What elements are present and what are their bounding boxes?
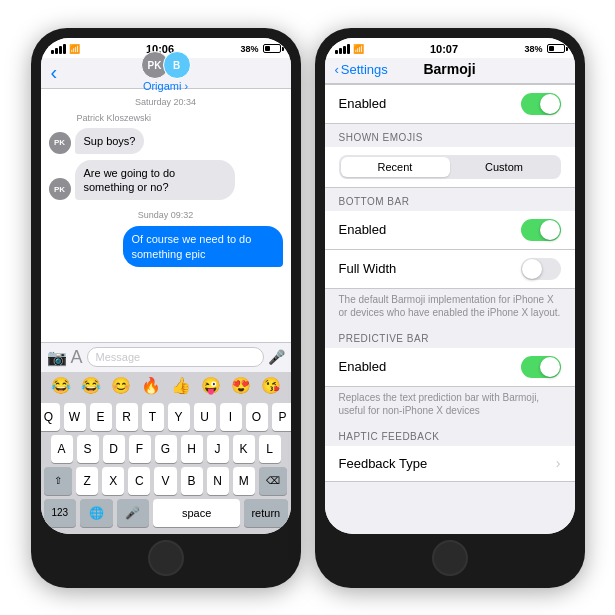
key-x[interactable]: X [102,467,124,495]
predictive-enabled-label: Enabled [339,359,387,374]
section-shown-emojis: SHOWN EMOJIS [325,124,575,147]
msg-avatar-pk1: PK [49,132,71,154]
key-f[interactable]: F [129,435,151,463]
key-y[interactable]: Y [168,403,190,431]
key-q[interactable]: Q [41,403,60,431]
appstore-icon[interactable]: A [71,347,83,368]
nav-center-1: PK B Origami › [141,51,191,92]
group-name[interactable]: Origami › [143,80,188,92]
toggle-knob-3 [522,259,542,279]
key-a[interactable]: A [51,435,73,463]
phone2-screen: 📶 10:07 38% ‹ Settings Barmoji [325,38,575,534]
key-w[interactable]: W [64,403,86,431]
msg-row-2: PK Are we going to do something or no? [49,160,283,201]
back-button-1[interactable]: ‹ [51,62,58,82]
key-backspace[interactable]: ⌫ [259,467,288,495]
key-j[interactable]: J [207,435,229,463]
toggle-knob-4 [540,357,560,377]
settings-row-segment: Recent Custom [325,147,575,188]
toggle-enabled-bottom[interactable] [521,219,561,241]
toggle-enabled-top[interactable] [521,93,561,115]
home-button-1[interactable] [148,540,184,576]
toggle-fullwidth[interactable] [521,258,561,280]
key-r[interactable]: R [116,403,138,431]
date-sunday: Sunday 09:32 [49,210,283,220]
status-bar-2: 📶 10:07 38% [325,38,575,58]
battery-pct-2: 38% [524,44,542,54]
battery-icon-1 [263,44,281,53]
battery-icon-2 [547,44,565,53]
section-bottom-bar: BOTTOM BAR [325,188,575,211]
settings-row-feedback-type[interactable]: Feedback Type › [325,446,575,482]
segment-recent[interactable]: Recent [341,157,450,177]
key-space[interactable]: space [153,499,240,527]
msg-avatar-pk2: PK [49,178,71,200]
camera-icon[interactable]: 📷 [47,348,67,367]
key-t[interactable]: T [142,403,164,431]
bubble-sup: Sup boys? [75,128,145,154]
app-container: 📶 10:06 38% ‹ PK B Origa [0,0,615,615]
segment-control: Recent Custom [339,155,561,179]
key-m[interactable]: M [233,467,255,495]
enabled-bottom-label: Enabled [339,222,387,237]
feedback-type-label: Feedback Type [339,456,428,471]
section-haptic-feedback: HAPTIC FEEDBACK [325,423,575,446]
signal-icon-2 [335,44,350,54]
key-c[interactable]: C [128,467,150,495]
phone-messages: 📶 10:06 38% ‹ PK B Origa [31,28,301,588]
messages-nav: ‹ PK B Origami › [41,58,291,89]
key-g[interactable]: G [155,435,177,463]
settings-back-label: Settings [341,62,388,77]
emoji-6[interactable]: 😜 [201,376,221,395]
key-k[interactable]: K [233,435,255,463]
key-row-4: 123 🌐 🎤 space return [44,499,288,527]
segment-custom[interactable]: Custom [450,157,559,177]
emoji-4[interactable]: 🔥 [141,376,161,395]
enabled-top-label: Enabled [339,96,387,111]
section-predictive-bar: PREDICTIVE BAR [325,325,575,348]
key-d[interactable]: D [103,435,125,463]
input-bar: 📷 A Message 🎤 [41,342,291,372]
home-button-2[interactable] [432,540,468,576]
avatar-group: PK B [141,51,191,79]
key-123[interactable]: 123 [44,499,77,527]
key-n[interactable]: N [207,467,229,495]
key-z[interactable]: Z [76,467,98,495]
audio-icon[interactable]: 🎤 [268,349,285,365]
emoji-8[interactable]: 😘 [261,376,281,395]
signal-icon [51,44,66,54]
emoji-7[interactable]: 😍 [231,376,251,395]
key-o[interactable]: O [246,403,268,431]
messages-body: Saturday 20:34 Patrick Kloszewski PK Sup… [41,89,291,342]
emoji-5[interactable]: 👍 [171,376,191,395]
msg-row-1: PK Sup boys? [49,128,283,154]
toggle-predictive[interactable] [521,356,561,378]
key-row-2: A S D F G H J K L [44,435,288,463]
key-e[interactable]: E [90,403,112,431]
key-h[interactable]: H [181,435,203,463]
settings-body: Enabled SHOWN EMOJIS Recent Custom BOTT [325,84,575,534]
key-p[interactable]: P [272,403,291,431]
desc-bottom-bar: The default Barmoji implementation for i… [325,289,575,325]
settings-row-enabled-top: Enabled [325,84,575,124]
key-s[interactable]: S [77,435,99,463]
emoji-3[interactable]: 😊 [111,376,131,395]
avatar-b: B [163,51,191,79]
key-return[interactable]: return [244,499,287,527]
key-globe[interactable]: 🌐 [80,499,113,527]
key-b[interactable]: B [181,467,203,495]
key-i[interactable]: I [220,403,242,431]
key-l[interactable]: L [259,435,281,463]
emoji-1[interactable]: 😂 [51,376,71,395]
key-shift[interactable]: ⇧ [44,467,73,495]
key-u[interactable]: U [194,403,216,431]
key-v[interactable]: V [154,467,176,495]
toggle-knob-2 [540,220,560,240]
phone1-screen: 📶 10:06 38% ‹ PK B Origa [41,38,291,534]
key-mic[interactable]: 🎤 [117,499,150,527]
message-input[interactable]: Message [87,347,264,367]
keyboard: Q W E R T Y U I O P A S D F G H [41,399,291,534]
emoji-2[interactable]: 😂 [81,376,101,395]
settings-back-button[interactable]: ‹ Settings [335,62,388,77]
phone-settings: 📶 10:07 38% ‹ Settings Barmoji [315,28,585,588]
